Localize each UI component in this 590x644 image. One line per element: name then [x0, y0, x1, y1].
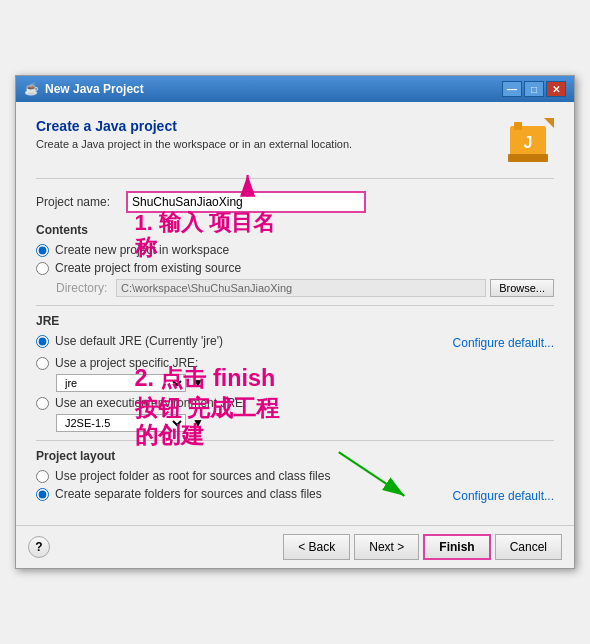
contents-options: Create new project in workspace Create p… [36, 243, 554, 297]
header-icon: J [506, 118, 554, 166]
layout-separate-row: Create separate folders for sources and … [36, 487, 554, 505]
layout-configure-link[interactable]: Configure default... [453, 489, 554, 503]
jre-specific-select[interactable]: jre [56, 374, 186, 392]
directory-label: Directory: [56, 281, 116, 295]
create-existing-source-label: Create project from existing source [55, 261, 241, 275]
jre-env-label: Use an execution environment JRE: [55, 396, 246, 410]
jre-options: Use default JRE (Currently 'jre') Config… [36, 334, 554, 432]
jre-env-select[interactable]: J2SE-1.5 [56, 414, 186, 432]
close-button[interactable]: ✕ [546, 81, 566, 97]
layout-options: Use project folder as root for sources a… [36, 469, 554, 505]
project-name-label: Project name: [36, 195, 126, 209]
jre-specific-option[interactable]: Use a project specific JRE: [36, 356, 554, 370]
jre-select-arrow: ▼ [192, 376, 204, 390]
title-bar: ☕ New Java Project — □ ✕ [16, 76, 574, 102]
browse-button[interactable]: Browse... [490, 279, 554, 297]
maximize-button[interactable]: □ [524, 81, 544, 97]
cancel-button[interactable]: Cancel [495, 534, 562, 560]
project-name-input[interactable] [126, 191, 366, 213]
create-existing-source-option[interactable]: Create project from existing source [36, 261, 554, 275]
jre-env-option[interactable]: Use an execution environment JRE: [36, 396, 554, 410]
page-title: Create a Java project [36, 118, 352, 134]
jre-default-radio[interactable] [36, 335, 49, 348]
jre-default-option[interactable]: Use default JRE (Currently 'jre') [36, 334, 223, 348]
layout-label: Project layout [36, 449, 554, 463]
dialog-content: Create a Java project Create a Java proj… [16, 102, 574, 525]
layout-root-radio[interactable] [36, 470, 49, 483]
jre-divider [36, 305, 554, 306]
svg-text:J: J [524, 134, 533, 151]
jre-specific-radio[interactable] [36, 357, 49, 370]
jre-specific-select-row: jre ▼ [56, 374, 554, 392]
jre-default-label: Use default JRE (Currently 'jre') [55, 334, 223, 348]
directory-input[interactable] [116, 279, 486, 297]
layout-root-option[interactable]: Use project folder as root for sources a… [36, 469, 554, 483]
finish-button[interactable]: Finish [423, 534, 490, 560]
jre-default-row: Use default JRE (Currently 'jre') Config… [36, 334, 554, 352]
header-banner: Create a Java project Create a Java proj… [36, 118, 554, 179]
svg-rect-1 [514, 122, 522, 130]
page-subtitle: Create a Java project in the workspace o… [36, 138, 352, 150]
contents-label: Contents [36, 223, 554, 237]
help-button[interactable]: ? [28, 536, 50, 558]
create-new-workspace-radio[interactable] [36, 244, 49, 257]
window-title-icon: ☕ [24, 82, 39, 96]
svg-marker-4 [544, 118, 554, 128]
window-title: New Java Project [45, 82, 144, 96]
create-new-workspace-label: Create new project in workspace [55, 243, 229, 257]
title-bar-left: ☕ New Java Project [24, 82, 144, 96]
minimize-button[interactable]: — [502, 81, 522, 97]
project-name-row: Project name: [36, 191, 554, 213]
jre-env-select-row: J2SE-1.5 ▼ [56, 414, 554, 432]
svg-rect-3 [508, 154, 548, 162]
bottom-bar: ? < Back Next > Finish Cancel [16, 525, 574, 568]
layout-root-label: Use project folder as root for sources a… [55, 469, 330, 483]
dialog-window: ☕ New Java Project — □ ✕ Create a Java p… [15, 75, 575, 569]
jre-env-select-arrow: ▼ [192, 416, 204, 430]
nav-buttons: < Back Next > Finish Cancel [283, 534, 562, 560]
header-text: Create a Java project Create a Java proj… [36, 118, 352, 164]
back-button[interactable]: < Back [283, 534, 350, 560]
annotation-container: Create a Java project Create a Java proj… [16, 102, 574, 525]
layout-divider [36, 440, 554, 441]
layout-separate-radio[interactable] [36, 488, 49, 501]
create-existing-source-radio[interactable] [36, 262, 49, 275]
next-button[interactable]: Next > [354, 534, 419, 560]
layout-separate-option[interactable]: Create separate folders for sources and … [36, 487, 322, 501]
title-controls: — □ ✕ [502, 81, 566, 97]
jre-label: JRE [36, 314, 554, 328]
jre-specific-label: Use a project specific JRE: [55, 356, 198, 370]
jre-configure-link[interactable]: Configure default... [453, 336, 554, 350]
create-new-workspace-option[interactable]: Create new project in workspace [36, 243, 554, 257]
jre-env-radio[interactable] [36, 397, 49, 410]
directory-row: Directory: Browse... [56, 279, 554, 297]
layout-separate-label: Create separate folders for sources and … [55, 487, 322, 501]
